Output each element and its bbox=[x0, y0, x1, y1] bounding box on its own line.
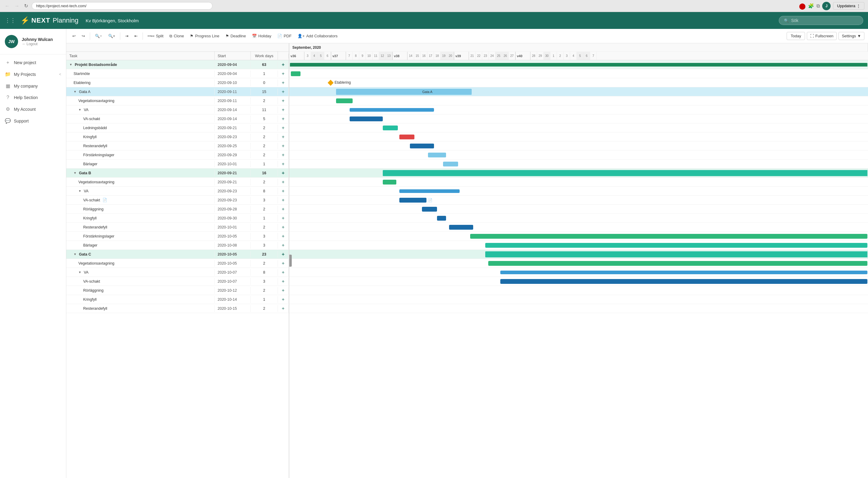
week-label-v38: v38 bbox=[393, 52, 407, 60]
main-content: JW Johnny Wulcan → Logout + New project … bbox=[0, 29, 868, 478]
app-logo[interactable]: ⚡ NEXT Planning bbox=[21, 16, 79, 25]
undo-button[interactable]: ↩ bbox=[70, 32, 78, 40]
add-task-button[interactable]: + bbox=[278, 133, 289, 141]
browser-user-avatar: J bbox=[822, 2, 831, 10]
add-task-button[interactable]: + bbox=[278, 224, 289, 231]
add-task-button[interactable]: + bbox=[278, 70, 289, 78]
holiday-button[interactable]: 📅 Holiday bbox=[250, 32, 274, 40]
add-task-button[interactable]: + bbox=[278, 151, 289, 159]
table-row: ▼ VA 2020-09-14 11 + bbox=[66, 105, 289, 114]
collapse-button[interactable]: ▼ bbox=[79, 108, 82, 111]
gantt-bar: VA bbox=[350, 108, 434, 112]
gantt-row: Kringfyll bbox=[289, 132, 868, 141]
add-task-button[interactable]: + bbox=[278, 61, 289, 69]
task-name-cell: ▼ Projekt Bostadsområde bbox=[66, 61, 215, 68]
browser-forward-button[interactable]: → bbox=[13, 2, 21, 10]
week-label-v37: v37 bbox=[331, 52, 346, 60]
browser-refresh-button[interactable]: ↻ bbox=[23, 2, 29, 10]
toolbar-separator-2 bbox=[120, 33, 120, 40]
table-row: Vegetationsavtagning 2020-10-05 2 + bbox=[66, 259, 289, 268]
logout-button[interactable]: → Logout bbox=[22, 42, 53, 46]
progress-line-button[interactable]: ⚑ Progress Line bbox=[187, 32, 221, 40]
sidebar-item-my-projects[interactable]: 📁 My Projects < bbox=[0, 68, 66, 80]
add-task-button[interactable]: + bbox=[278, 79, 289, 87]
chevron-left-icon: < bbox=[59, 72, 61, 76]
add-task-button[interactable]: + bbox=[278, 124, 289, 132]
sidebar-item-new-project[interactable]: + New project bbox=[0, 57, 66, 68]
day-cell: 17 bbox=[427, 52, 434, 60]
add-task-button[interactable]: + bbox=[278, 296, 289, 303]
table-row: ▼ Gata A 2020-09-11 15 + bbox=[66, 87, 289, 96]
redo-button[interactable]: ↪ bbox=[79, 32, 87, 40]
add-task-button[interactable]: + bbox=[278, 97, 289, 105]
add-task-button[interactable]: + bbox=[278, 250, 289, 258]
day-cell: 10 bbox=[366, 52, 373, 60]
add-task-button[interactable]: + bbox=[278, 232, 289, 240]
gantt-row: Resterandefyll bbox=[289, 223, 868, 232]
puzzle-icon[interactable]: 🧩 bbox=[808, 3, 814, 9]
add-task-button[interactable]: + bbox=[278, 260, 289, 267]
collapse-button[interactable]: ▼ bbox=[79, 271, 82, 274]
sidebar-item-my-account[interactable]: ⚙ My Account bbox=[0, 103, 66, 115]
table-row: Rörläggning 2020-10-12 2 + bbox=[66, 286, 289, 295]
add-task-button[interactable]: + bbox=[278, 142, 289, 150]
add-task-button[interactable]: + bbox=[278, 241, 289, 249]
add-task-button[interactable]: + bbox=[278, 277, 289, 285]
collapse-button[interactable]: ▼ bbox=[73, 171, 76, 175]
split-button[interactable]: ↦↤ Split bbox=[145, 32, 166, 40]
add-collaborators-button[interactable]: 👤+ Add Collaborators bbox=[295, 32, 340, 40]
column-header-start: Start bbox=[215, 51, 251, 61]
add-task-button[interactable]: + bbox=[278, 169, 289, 177]
chevron-down-icon: ⋮ bbox=[857, 4, 861, 8]
collapse-timeline-button[interactable]: ‹ bbox=[289, 254, 292, 267]
table-row: ▼ Projekt Bostadsområde 2020-09-04 63 + bbox=[66, 60, 289, 69]
sidebar: JW Johnny Wulcan → Logout + New project … bbox=[0, 29, 66, 478]
browser-url-bar[interactable] bbox=[32, 2, 213, 10]
column-header-workdays: Work days bbox=[251, 51, 278, 61]
split-view-icon[interactable]: ⧉ bbox=[816, 3, 820, 9]
today-button[interactable]: Today bbox=[786, 32, 805, 40]
pdf-button[interactable]: 📄 PDF bbox=[275, 32, 294, 40]
logout-icon: → bbox=[22, 42, 25, 46]
add-task-button[interactable]: + bbox=[278, 106, 289, 114]
sidebar-item-help-section[interactable]: ? Help Section bbox=[0, 92, 66, 103]
collapse-button[interactable]: ▼ bbox=[73, 252, 76, 256]
timeline-month-row: September, 2020 bbox=[289, 43, 868, 52]
add-task-button[interactable]: + bbox=[278, 214, 289, 222]
sidebar-item-support[interactable]: 💬 Support bbox=[0, 115, 66, 127]
table-row: Ledningsbädd 2020-09-21 2 + bbox=[66, 124, 289, 132]
collapse-button[interactable]: ▼ bbox=[79, 189, 82, 193]
collapse-button[interactable]: ▼ bbox=[69, 63, 72, 66]
search-input[interactable] bbox=[791, 18, 858, 23]
arrow-right-button[interactable]: ⇥ bbox=[123, 32, 131, 40]
add-task-button[interactable]: + bbox=[278, 196, 289, 204]
collapse-button[interactable]: ▼ bbox=[73, 90, 76, 93]
column-header-task: Task bbox=[66, 51, 215, 61]
grid-menu-icon[interactable]: ⋮⋮ bbox=[5, 17, 16, 24]
gantt-bar bbox=[485, 243, 867, 248]
add-task-button[interactable]: + bbox=[278, 286, 289, 295]
add-task-button[interactable]: + bbox=[278, 205, 289, 213]
fullscreen-button[interactable]: ⛶ Fullscreen bbox=[807, 32, 837, 40]
add-task-button[interactable]: + bbox=[278, 269, 289, 276]
gantt-row bbox=[289, 241, 868, 250]
zoom-in-button[interactable]: 🔍+ bbox=[106, 32, 118, 40]
add-task-button[interactable]: + bbox=[278, 160, 289, 168]
day-cell: 3 bbox=[304, 52, 311, 60]
deadline-button[interactable]: ⚑ Deadline bbox=[223, 32, 248, 40]
browser-back-button[interactable]: ← bbox=[4, 2, 11, 10]
zoom-out-button[interactable]: 🔍− bbox=[93, 32, 104, 40]
add-task-button[interactable]: + bbox=[278, 178, 289, 186]
search-box[interactable]: 🔍 bbox=[779, 16, 863, 25]
day-cell: 18 bbox=[434, 52, 441, 60]
add-task-button[interactable]: + bbox=[278, 115, 289, 123]
settings-button[interactable]: Settings ▼ bbox=[838, 32, 864, 40]
browser-update-button[interactable]: Uppdatera ⋮ bbox=[833, 2, 864, 10]
clone-button[interactable]: ⧉ Clone bbox=[167, 32, 186, 40]
user-avatar: JW bbox=[5, 35, 18, 48]
sidebar-item-my-company[interactable]: ▦ My company bbox=[0, 80, 66, 92]
add-task-button[interactable]: + bbox=[278, 88, 289, 96]
arrow-left-button[interactable]: ⇤ bbox=[132, 32, 140, 40]
add-task-button[interactable]: + bbox=[278, 305, 289, 312]
add-task-button[interactable]: + bbox=[278, 187, 289, 195]
